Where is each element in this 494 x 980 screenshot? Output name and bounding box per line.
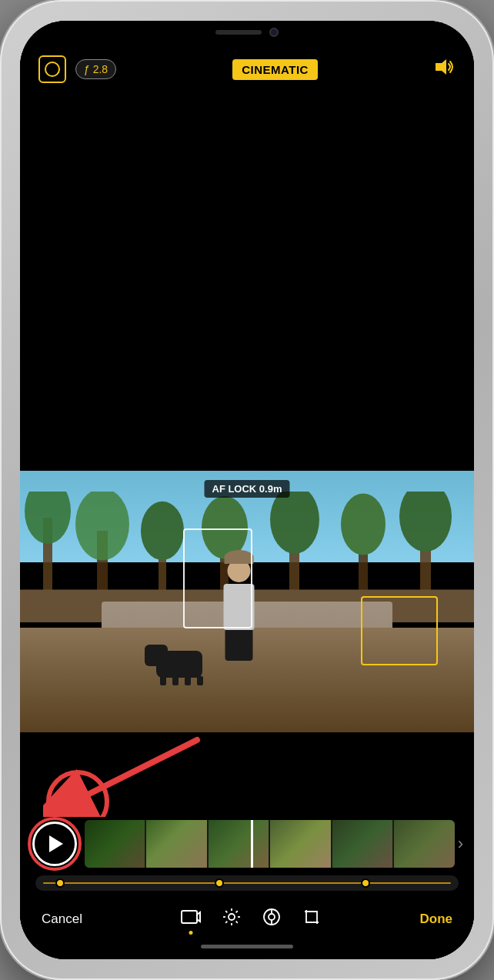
done-button[interactable]: Done	[419, 912, 452, 927]
cinematic-badge[interactable]: CINEMATIC	[232, 59, 318, 80]
annotation-arrow	[43, 732, 212, 817]
sound-icon[interactable]	[434, 58, 456, 81]
play-icon	[49, 835, 63, 852]
film-frame-2	[146, 820, 206, 868]
svg-marker-0	[436, 59, 446, 75]
phone-frame: ƒ 2.8 CINEMATIC	[0, 0, 494, 980]
toolbar-left: ƒ 2.8	[38, 55, 116, 83]
focus-box-secondary[interactable]	[361, 596, 438, 665]
svg-line-27	[236, 911, 238, 912]
svg-line-25	[225, 911, 227, 912]
home-bar	[201, 945, 293, 948]
aperture-badge[interactable]: ƒ 2.8	[75, 59, 116, 79]
svg-point-14	[399, 492, 452, 552]
notch	[185, 21, 309, 44]
svg-point-12	[341, 494, 386, 555]
keyframe-track[interactable]	[35, 875, 459, 891]
svg-line-18	[89, 740, 197, 794]
film-frame-6	[394, 820, 454, 868]
keyframe-dot-2[interactable]	[215, 878, 224, 888]
play-button[interactable]	[32, 822, 77, 866]
film-frame-1	[85, 820, 145, 868]
svg-point-20	[229, 914, 235, 920]
bottom-toolbar: Cancel	[20, 895, 474, 938]
svg-point-30	[269, 914, 275, 920]
brightness-icon[interactable]	[222, 908, 241, 931]
dog-leg	[172, 676, 179, 685]
timeline-area: ›	[20, 817, 474, 891]
dog-leg	[197, 676, 203, 685]
phone-screen: ƒ 2.8 CINEMATIC	[20, 21, 474, 959]
svg-rect-19	[182, 911, 197, 923]
dog-body	[156, 651, 202, 678]
focus-box-primary[interactable]	[183, 528, 252, 628]
film-frame-3	[209, 820, 269, 868]
af-lock-label: AF LOCK 0.9m	[204, 480, 289, 498]
track-line	[43, 882, 451, 884]
svg-point-17	[48, 772, 107, 817]
keyframe-dot-3[interactable]	[361, 878, 370, 888]
bottom-section: › Cancel	[20, 732, 474, 959]
cancel-button[interactable]: Cancel	[42, 912, 82, 927]
svg-point-10	[270, 492, 319, 554]
svg-line-28	[225, 922, 227, 923]
speaker-icon	[215, 30, 262, 35]
dog	[156, 643, 210, 685]
play-button-red-ring	[28, 817, 82, 871]
dog-legs	[160, 676, 203, 685]
crop-icon[interactable]	[302, 908, 321, 931]
svg-point-4	[75, 492, 129, 560]
keyframe-dot-1[interactable]	[55, 878, 65, 888]
timeline-scrubber[interactable]	[251, 820, 253, 868]
arrow-area	[20, 732, 474, 817]
dog-leg	[160, 676, 166, 685]
home-indicator	[20, 938, 474, 959]
depth-icon[interactable]	[262, 908, 281, 931]
timeline-row: ›	[28, 817, 466, 871]
filmstrip-chevron[interactable]: ›	[458, 834, 466, 854]
black-space-top	[20, 92, 474, 471]
screen-content: ƒ 2.8 CINEMATIC	[20, 21, 474, 959]
film-frame-4	[270, 820, 330, 868]
front-camera-icon	[269, 28, 279, 37]
video-edit-icon[interactable]	[181, 908, 201, 930]
video-preview[interactable]: AF LOCK 0.9m	[20, 471, 474, 732]
toolbar-icons	[181, 908, 321, 931]
filmstrip[interactable]	[85, 820, 455, 868]
video-edit-dot	[189, 931, 193, 935]
svg-line-26	[236, 922, 238, 923]
focus-icon[interactable]	[38, 55, 66, 83]
svg-point-2	[25, 492, 71, 544]
film-frame-5	[332, 820, 392, 868]
dog-leg	[185, 676, 191, 685]
person-legs	[225, 630, 253, 661]
svg-point-6	[141, 502, 184, 561]
